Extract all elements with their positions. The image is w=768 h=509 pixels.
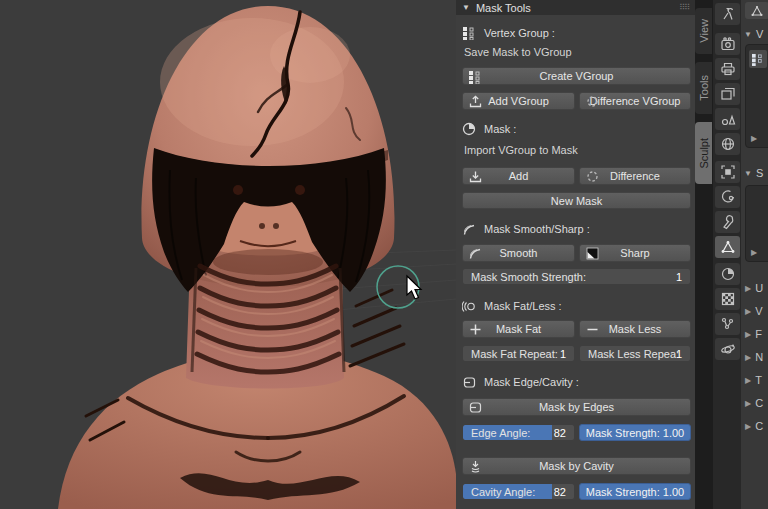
collapse-arrow-icon: ▼ xyxy=(462,3,470,12)
expand-arrow-icon: ▶ xyxy=(745,307,751,316)
world-properties-icon[interactable] xyxy=(715,133,740,155)
expand-arrow-icon: ▶ xyxy=(745,422,751,431)
difference-cycle-icon xyxy=(586,170,599,183)
tab-sculpt[interactable]: Sculpt xyxy=(695,122,712,184)
mask-smooth-button[interactable]: Smooth xyxy=(462,244,575,262)
mask-less-repeat-field[interactable]: Mask Less Repea: 1 xyxy=(579,345,691,362)
expand-arrow-icon: ▶ xyxy=(745,284,751,293)
vertex-group-list-item[interactable] xyxy=(749,50,767,68)
collapsed-panel-vertex-colors[interactable]: ▶ V xyxy=(745,304,763,318)
tab-tools[interactable]: Tools xyxy=(695,62,712,114)
mask-add-button[interactable]: Add xyxy=(462,167,575,185)
mask-less-button[interactable]: Mask Less xyxy=(579,320,691,338)
smooth-curve-icon xyxy=(469,247,482,260)
mask-by-edges-button[interactable]: Mask by Edges xyxy=(462,398,691,416)
expand-arrow-icon[interactable]: ▶ xyxy=(751,134,757,143)
object-properties-icon[interactable] xyxy=(715,161,740,183)
difference-cycle-icon xyxy=(586,95,599,108)
edge-mask-strength-slider[interactable]: Mask Strength: 1.00 xyxy=(579,424,691,441)
edge-angle-slider[interactable]: Edge Angle: 82 xyxy=(462,424,575,441)
properties-tab-rail xyxy=(713,0,741,509)
mask-tools-panel: ▼ Mask Tools ⠿⠿ Vertex Group : Save Mask… xyxy=(456,0,695,509)
collapsed-panel-texture-space[interactable]: ▶ T xyxy=(745,373,762,387)
mask-smooth-strength-field[interactable]: Mask Smooth Strength: 1 xyxy=(462,268,691,285)
edge-cavity-section-label: Mask Edge/Cavity : xyxy=(462,374,691,390)
scene-properties-icon[interactable] xyxy=(715,108,740,130)
sharp-falloff-icon xyxy=(586,247,599,260)
texture-properties-icon[interactable] xyxy=(715,288,740,310)
properties-editor-strip: ▼ V ▶ ▼ S ▶ ▶ U ▶ V ▶ F ▶ N xyxy=(741,0,768,509)
download-icon xyxy=(469,170,482,183)
new-mask-button[interactable]: New Mask xyxy=(462,192,691,209)
vertex-group-icon xyxy=(469,70,482,83)
add-vgroup-button[interactable]: Add VGroup xyxy=(462,92,575,110)
collapsed-panel-normals[interactable]: ▶ N xyxy=(745,350,763,364)
sculpt-model-canvas[interactable] xyxy=(0,0,456,509)
blender-window: ▼ Mask Tools ⠿⠿ Vertex Group : Save Mask… xyxy=(0,0,768,509)
vertex-groups-panel-header[interactable]: ▼ V xyxy=(744,27,763,41)
modifiers-properties-icon[interactable] xyxy=(715,211,740,233)
3d-viewport[interactable] xyxy=(0,0,456,509)
collapsed-panel-custom-1[interactable]: ▶ C xyxy=(745,396,763,410)
mask-icon xyxy=(462,122,476,136)
shape-keys-panel-header[interactable]: ▼ S xyxy=(744,166,763,180)
expand-arrow-icon: ▶ xyxy=(745,330,751,339)
object-data-properties-icon[interactable] xyxy=(715,236,740,258)
difference-vgroup-button[interactable]: Difference VGroup xyxy=(579,92,691,110)
vertex-group-section-label: Vertex Group : xyxy=(462,25,691,41)
expand-arrow-icon: ▼ xyxy=(744,169,752,178)
physics-properties-icon[interactable] xyxy=(715,338,740,360)
mask-fat-repeat-field[interactable]: Mask Fat Repeat: 1 xyxy=(462,345,575,362)
expand-arrow-icon: ▶ xyxy=(745,399,751,408)
expand-arrow-icon: ▶ xyxy=(745,376,751,385)
shape-keys-list[interactable]: ▶ xyxy=(745,185,768,262)
smooth-curve-icon xyxy=(462,222,476,236)
panel-drag-grip-icon[interactable]: ⠿⠿ xyxy=(679,3,689,12)
vertex-groups-list[interactable]: ▶ xyxy=(745,44,768,148)
tab-view[interactable]: View xyxy=(695,8,712,54)
expand-arrow-icon: ▶ xyxy=(745,353,751,362)
vertex-group-icon xyxy=(462,26,476,40)
mask-tools-panel-header[interactable]: ▼ Mask Tools ⠿⠿ xyxy=(456,0,695,15)
save-mask-hint: Save Mask to VGroup xyxy=(464,46,689,60)
mask-fat-button[interactable]: Mask Fat xyxy=(462,320,575,338)
smooth-sharp-section-label: Mask Smooth/Sharp : xyxy=(462,221,691,237)
mask-by-cavity-button[interactable]: Mask by Cavity xyxy=(462,457,691,475)
mask-difference-button[interactable]: Difference xyxy=(579,167,691,185)
import-vgroup-hint: Import VGroup to Mask xyxy=(464,144,689,158)
upload-icon xyxy=(469,95,482,108)
edge-mask-icon xyxy=(462,375,476,389)
fat-less-section-label: Mask Fat/Less : xyxy=(462,298,691,314)
collapsed-panel-custom-2[interactable]: ▶ C xyxy=(745,419,763,433)
particles-properties-icon[interactable] xyxy=(715,313,740,335)
cavity-angle-slider[interactable]: Cavity Angle: 82 xyxy=(462,483,575,500)
inflate-rings-icon xyxy=(462,299,476,313)
cavity-mask-strength-slider[interactable]: Mask Strength: 1.00 xyxy=(579,483,691,500)
collapsed-panel-face-maps[interactable]: ▶ F xyxy=(745,327,762,341)
mask-section-label: Mask : xyxy=(462,121,691,137)
create-vgroup-button[interactable]: Create VGroup xyxy=(462,67,691,85)
view-layer-properties-icon[interactable] xyxy=(715,83,740,105)
expand-arrow-icon: ▼ xyxy=(744,30,752,39)
toolshelf-tab-strip: View Tools Sculpt xyxy=(695,0,713,509)
cavity-arrow-icon xyxy=(469,460,482,473)
mesh-data-breadcrumb[interactable] xyxy=(745,2,768,19)
material-properties-icon[interactable] xyxy=(715,263,740,285)
output-properties-icon[interactable] xyxy=(715,58,740,80)
render-properties-icon[interactable] xyxy=(715,33,740,55)
collapsed-panel-uv-maps[interactable]: ▶ U xyxy=(745,281,763,295)
mask-sharp-button[interactable]: Sharp xyxy=(579,244,691,262)
plus-icon xyxy=(469,323,482,336)
tool-properties-icon[interactable] xyxy=(715,3,740,25)
constraints-properties-icon[interactable] xyxy=(715,186,740,208)
edge-mask-icon xyxy=(469,401,482,414)
minus-icon xyxy=(586,323,599,336)
expand-arrow-icon[interactable]: ▶ xyxy=(751,248,757,257)
panel-title: Mask Tools xyxy=(476,2,531,14)
